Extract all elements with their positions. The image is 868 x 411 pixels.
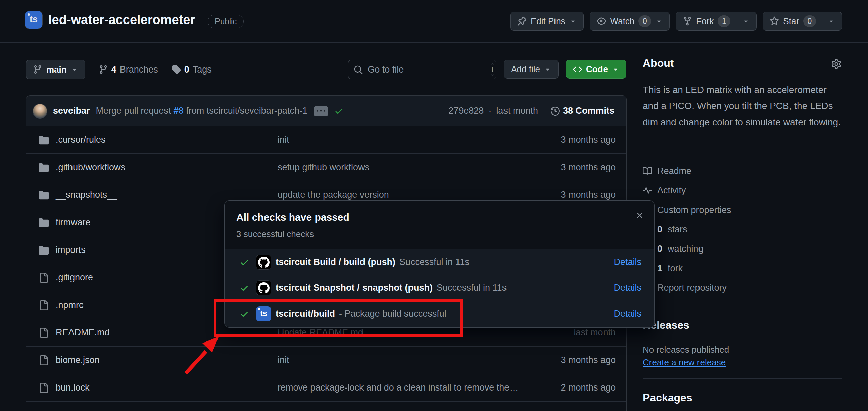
table-row[interactable]: biome.jsoninit3 months ago bbox=[26, 347, 626, 374]
folder-icon bbox=[39, 190, 49, 200]
latest-commit-bar: seveibar Merge pull request #8 from tsci… bbox=[26, 96, 626, 126]
commit-ellipsis-button[interactable] bbox=[313, 106, 328, 116]
github-app-icon bbox=[256, 255, 271, 270]
commit-date: last month bbox=[574, 327, 616, 338]
commit-message-link[interactable]: init bbox=[278, 135, 289, 145]
book-icon bbox=[643, 167, 652, 176]
file-name-link[interactable]: biome.json bbox=[56, 355, 100, 365]
repo-avatar[interactable]: ts bbox=[25, 11, 42, 29]
tscircuit-logo-text: ts bbox=[25, 14, 42, 25]
sidebar-item-readme[interactable]: Readme bbox=[643, 161, 842, 181]
sidebar-item-label: Readme bbox=[657, 166, 691, 176]
commit-message-link[interactable]: init bbox=[278, 355, 289, 365]
check-success-icon bbox=[240, 284, 249, 293]
table-row[interactable]: .github/workflowssetup github workflows3… bbox=[26, 154, 626, 181]
file-name-link[interactable]: imports bbox=[56, 245, 86, 255]
add-file-label: Add file bbox=[511, 64, 540, 75]
details-link[interactable]: Details bbox=[614, 283, 642, 293]
go-to-file-search[interactable]: t bbox=[348, 60, 496, 79]
commits-count-label: 38 Commits bbox=[563, 106, 614, 116]
file-icon bbox=[39, 328, 49, 338]
current-branch: main bbox=[46, 64, 67, 75]
check-status-icon[interactable] bbox=[334, 107, 344, 116]
commits-history-link[interactable]: 38 Commits bbox=[551, 106, 614, 116]
section-divider bbox=[643, 378, 842, 379]
file-name-link[interactable]: bun.lock bbox=[56, 382, 90, 393]
folder-icon bbox=[39, 163, 49, 173]
chevron-down-icon bbox=[544, 65, 552, 73]
branch-selector[interactable]: main bbox=[26, 60, 85, 79]
table-row[interactable]: .cursor/rulesinit3 months ago bbox=[26, 126, 626, 154]
commit-sha[interactable]: 279e828 bbox=[448, 106, 484, 116]
watch-label: Watch bbox=[610, 16, 635, 27]
pr-link[interactable]: #8 bbox=[174, 106, 184, 116]
check-success-icon bbox=[240, 309, 249, 319]
table-row[interactable]: bun.lockremove package-lock and do a cle… bbox=[26, 374, 626, 402]
sidebar-item-fork[interactable]: 1fork bbox=[643, 259, 842, 278]
check-success-icon bbox=[240, 258, 249, 267]
checks-popup-subtitle: 3 successful checks bbox=[236, 229, 314, 239]
sidebar-item-custom-properties[interactable]: Custom properties bbox=[643, 200, 842, 219]
add-file-button[interactable]: Add file bbox=[504, 60, 559, 79]
about-title: About bbox=[643, 57, 674, 69]
file-name-link[interactable]: .npmrc bbox=[56, 300, 84, 310]
sidebar-item-label: stars bbox=[668, 224, 687, 235]
branches-link[interactable]: 4 Branches bbox=[99, 64, 158, 75]
code-label: Code bbox=[586, 64, 608, 75]
checks-popup: All checks have passed 3 successful chec… bbox=[224, 201, 654, 328]
check-row: tstscircuit/build- Package build success… bbox=[224, 301, 654, 327]
tags-label: Tags bbox=[193, 64, 212, 75]
kebab-icon bbox=[316, 107, 325, 116]
commit-author[interactable]: seveibar bbox=[53, 106, 90, 116]
tag-icon bbox=[172, 65, 181, 74]
commit-date: 3 months ago bbox=[561, 355, 616, 365]
sidebar-item-watching[interactable]: 0watching bbox=[643, 239, 842, 259]
commit-date: 2 months ago bbox=[561, 382, 616, 393]
commit-message-link[interactable]: update the package version bbox=[278, 190, 389, 200]
commit-message-link[interactable]: remove package-lock and do a clean insta… bbox=[278, 382, 518, 393]
checks-popup-title: All checks have passed bbox=[236, 211, 349, 223]
folder-icon bbox=[39, 135, 49, 145]
commit-separator: · bbox=[488, 106, 491, 116]
folder-icon bbox=[39, 245, 49, 255]
sidebar-item-stars[interactable]: 0stars bbox=[643, 219, 842, 239]
search-input[interactable] bbox=[368, 64, 486, 75]
chevron-down-icon bbox=[71, 66, 78, 73]
sidebar-item-report-repository[interactable]: Report repository bbox=[643, 278, 842, 297]
create-release-link[interactable]: Create a new release bbox=[643, 357, 726, 368]
checks-popup-header: All checks have passed 3 successful chec… bbox=[224, 201, 654, 249]
code-icon bbox=[573, 65, 582, 74]
no-releases-text: No releases published bbox=[643, 345, 729, 355]
commit-message-link[interactable]: Update README.md bbox=[278, 327, 363, 338]
tags-count: 0 bbox=[184, 64, 189, 75]
sidebar-item-label: Custom properties bbox=[657, 205, 732, 215]
sidebar-item-label: Activity bbox=[657, 185, 686, 196]
code-button[interactable]: Code bbox=[566, 60, 626, 79]
file-name-link[interactable]: .gitignore bbox=[56, 272, 93, 283]
close-icon[interactable] bbox=[636, 211, 644, 219]
file-icon bbox=[39, 273, 49, 283]
sidebar-item-label: fork bbox=[668, 263, 683, 274]
commit-date: 3 months ago bbox=[561, 190, 616, 200]
file-name-link[interactable]: .github/workflows bbox=[56, 162, 125, 173]
gear-icon[interactable] bbox=[831, 59, 841, 69]
repo-title[interactable]: led-water-accelerometer bbox=[48, 13, 195, 27]
details-link[interactable]: Details bbox=[614, 257, 642, 267]
commit-message-text: Merge pull request bbox=[96, 106, 171, 116]
branches-label: Branches bbox=[120, 64, 158, 75]
commit-message[interactable]: Merge pull request #8 from tscircuit/sev… bbox=[96, 106, 307, 116]
file-icon bbox=[39, 383, 49, 393]
file-name-link[interactable]: __snapshots__ bbox=[56, 190, 117, 200]
details-link[interactable]: Details bbox=[614, 309, 642, 319]
commit-message-link[interactable]: setup github workflows bbox=[278, 162, 369, 173]
tags-link[interactable]: 0 Tags bbox=[172, 64, 212, 75]
git-branch-icon bbox=[99, 65, 108, 74]
file-name-link[interactable]: README.md bbox=[56, 327, 110, 338]
sidebar-item-count: 1 bbox=[657, 263, 662, 274]
file-name-link[interactable]: firmware bbox=[56, 217, 91, 228]
sidebar-item-activity[interactable]: Activity bbox=[643, 181, 842, 200]
github-app-icon bbox=[256, 281, 271, 295]
file-name-link[interactable]: .cursor/rules bbox=[56, 135, 106, 145]
avatar[interactable] bbox=[33, 104, 47, 118]
edit-pins-button[interactable]: Edit Pins bbox=[510, 12, 584, 31]
